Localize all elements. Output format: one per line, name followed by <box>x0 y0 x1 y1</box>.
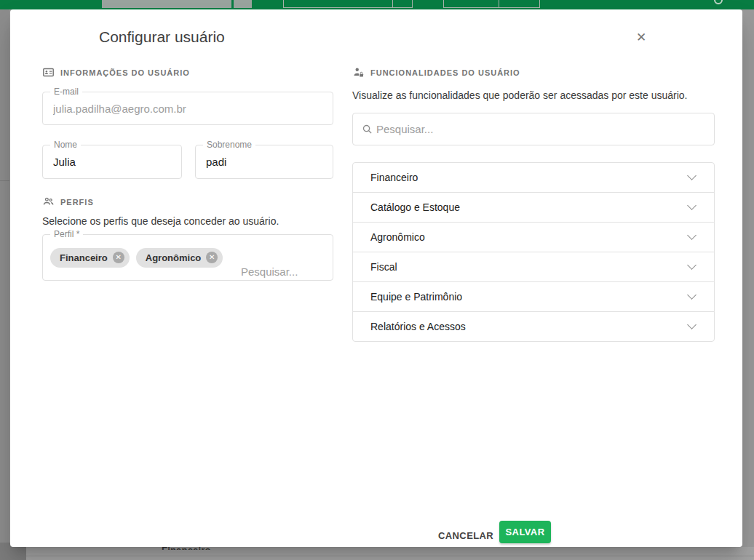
page-bottom-remnant <box>0 547 754 560</box>
sidebar-remnant <box>0 9 9 560</box>
feature-accordion-item[interactable]: Fiscal <box>352 252 715 282</box>
first-name-field[interactable]: Nome <box>42 145 182 179</box>
features-search-field[interactable] <box>352 113 715 145</box>
features-section-header: FUNCIONALIDADES DO USUÁRIO <box>352 66 520 79</box>
group-icon <box>42 196 55 208</box>
user-info-section-header: INFORMAÇÕES DO USUÁRIO <box>42 66 190 79</box>
header-avatar-icon <box>714 0 723 4</box>
profile-chip-label: Financeiro <box>60 252 108 263</box>
feature-accordion-label: Relatórios e Acessos <box>370 321 466 332</box>
header-field-remnant-2 <box>283 0 413 8</box>
feature-accordion-item[interactable]: Equipe e Patrimônio <box>352 281 715 312</box>
first-name-input[interactable] <box>43 145 181 178</box>
feature-accordion-label: Equipe e Patrimônio <box>370 291 462 303</box>
features-accordion: Financeiro Catálogo e Estoque Agronômico… <box>352 162 715 342</box>
save-button[interactable]: SALVAR <box>499 521 551 543</box>
profile-chip[interactable]: Agronômico ✕ <box>136 248 223 268</box>
app-header-bar <box>0 0 754 9</box>
configure-user-dialog: Configurar usuário ✕ INFORMAÇÕES DO USUÁ… <box>10 9 742 547</box>
profile-select-field[interactable]: Perfil * Financeiro ✕ Agronômico ✕ <box>42 234 333 281</box>
profile-chip[interactable]: Financeiro ✕ <box>50 248 130 268</box>
chevron-down-icon <box>687 260 697 270</box>
dialog-title: Configurar usuário <box>99 28 225 46</box>
profiles-section-header: PERFIS <box>42 196 94 208</box>
user-info-section-title: INFORMAÇÕES DO USUÁRIO <box>60 68 190 77</box>
email-field: E-mail <box>42 92 333 125</box>
chevron-down-icon <box>687 231 697 240</box>
feature-accordion-label: Fiscal <box>370 261 397 273</box>
last-name-label: Sobrenome <box>203 140 255 150</box>
contact-card-icon <box>42 66 55 79</box>
profiles-description: Selecione os perfis que deseja conceder … <box>42 215 279 227</box>
feature-accordion-label: Catálogo e Estoque <box>370 201 460 213</box>
feature-accordion-label: Financeiro <box>370 172 418 183</box>
feature-accordion-item[interactable]: Relatórios e Acessos <box>352 311 715 342</box>
feature-accordion-label: Agronômico <box>370 231 425 243</box>
first-name-label: Nome <box>50 140 81 150</box>
chevron-down-icon <box>687 320 697 329</box>
feature-accordion-item[interactable]: Catálogo e Estoque <box>352 192 715 223</box>
header-field-remnant-1 <box>102 0 252 8</box>
features-section-title: FUNCIONALIDADES DO USUÁRIO <box>370 68 520 77</box>
profiles-section-title: PERFIS <box>60 198 94 207</box>
last-name-input[interactable] <box>196 145 333 178</box>
close-icon[interactable]: ✕ <box>630 27 652 49</box>
header-field-remnant-3 <box>443 0 540 8</box>
chevron-down-icon <box>687 290 697 300</box>
cancel-button[interactable]: CANCELAR <box>426 522 505 548</box>
search-icon <box>362 124 373 135</box>
features-search-input[interactable] <box>375 113 714 145</box>
features-description: Visualize as funcionalidades que poderão… <box>352 89 687 101</box>
profile-chip-label: Agronômico <box>146 252 202 263</box>
chip-remove-icon[interactable]: ✕ <box>206 252 218 263</box>
chevron-down-icon <box>687 201 697 210</box>
email-input <box>43 92 333 124</box>
email-label: E-mail <box>50 87 82 97</box>
profile-search-input[interactable] <box>231 249 325 294</box>
chip-remove-icon[interactable]: ✕ <box>113 252 124 263</box>
chevron-down-icon <box>687 171 697 180</box>
person-lock-icon <box>352 66 365 79</box>
feature-accordion-item[interactable]: Financeiro <box>352 162 715 193</box>
last-name-field[interactable]: Sobrenome <box>195 145 333 179</box>
feature-accordion-item[interactable]: Agronômico <box>352 222 715 252</box>
